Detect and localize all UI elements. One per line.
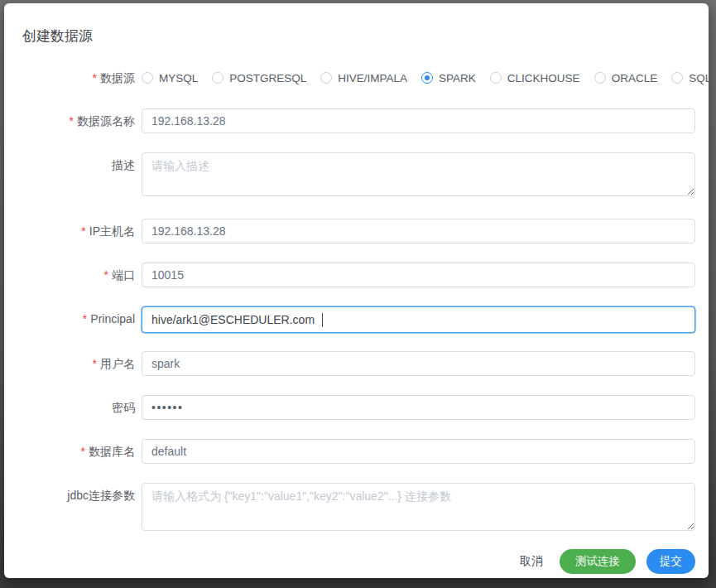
create-datasource-dialog: 创建数据源 数据源 MYSQL POSTGRESQL HIVE/IMPALA <box>4 3 709 578</box>
dialog-title: 创建数据源 <box>22 27 695 46</box>
port-label: 端口 <box>18 263 135 287</box>
radio-icon <box>320 72 332 84</box>
radio-oracle[interactable]: ORACLE <box>594 72 658 84</box>
radio-hive-impala[interactable]: HIVE/IMPALA <box>320 72 407 84</box>
submit-button[interactable]: 提交 <box>646 549 695 574</box>
principal-input[interactable] <box>142 306 695 333</box>
datasource-name-row: 数据源名称 <box>18 108 695 133</box>
jdbc-params-row: jdbc连接参数 <box>18 483 695 534</box>
database-name-input[interactable] <box>142 439 695 464</box>
radio-icon <box>142 72 153 84</box>
password-row: 密码 <box>18 395 695 420</box>
password-label: 密码 <box>18 395 135 420</box>
datasource-type-row: 数据源 MYSQL POSTGRESQL HIVE/IMPALA SPARK <box>18 65 695 90</box>
principal-label: Principal <box>18 306 135 333</box>
test-connection-button[interactable]: 测试连接 <box>560 549 636 574</box>
username-label: 用户名 <box>18 351 135 376</box>
dialog-footer: 取消 测试连接 提交 <box>18 549 695 574</box>
password-input[interactable] <box>142 395 695 420</box>
database-name-row: 数据库名 <box>18 439 695 464</box>
datasource-type-radio-group: MYSQL POSTGRESQL HIVE/IMPALA SPARK CLICK… <box>142 65 695 90</box>
datasource-form: 数据源 MYSQL POSTGRESQL HIVE/IMPALA SPARK <box>18 65 695 574</box>
radio-icon <box>490 72 502 84</box>
port-row: 端口 <box>18 263 695 287</box>
radio-selected-icon <box>421 72 433 84</box>
description-label: 描述 <box>18 152 135 200</box>
username-row: 用户名 <box>18 351 695 376</box>
description-row: 描述 <box>18 152 695 200</box>
radio-icon <box>212 72 223 84</box>
radio-postgresql[interactable]: POSTGRESQL <box>212 72 306 84</box>
radio-mysql[interactable]: MYSQL <box>142 72 198 84</box>
username-input[interactable] <box>142 351 695 376</box>
principal-row: Principal <box>18 306 695 333</box>
radio-icon <box>594 72 606 84</box>
database-name-label: 数据库名 <box>18 439 135 464</box>
radio-icon <box>671 72 683 84</box>
datasource-name-input[interactable] <box>142 108 695 133</box>
radio-sqlserver[interactable]: SQLSERVER <box>671 72 709 84</box>
ip-hostname-row: IP主机名 <box>18 219 695 243</box>
jdbc-params-label: jdbc连接参数 <box>18 483 135 534</box>
ip-hostname-input[interactable] <box>142 219 695 243</box>
ip-hostname-label: IP主机名 <box>18 219 135 243</box>
cancel-button[interactable]: 取消 <box>515 554 548 569</box>
radio-spark[interactable]: SPARK <box>421 72 476 84</box>
radio-clickhouse[interactable]: CLICKHOUSE <box>490 72 580 84</box>
jdbc-params-textarea[interactable] <box>142 483 695 531</box>
datasource-name-label: 数据源名称 <box>18 108 135 133</box>
datasource-type-label: 数据源 <box>18 65 135 90</box>
description-textarea[interactable] <box>142 152 695 196</box>
port-input[interactable] <box>142 263 695 287</box>
